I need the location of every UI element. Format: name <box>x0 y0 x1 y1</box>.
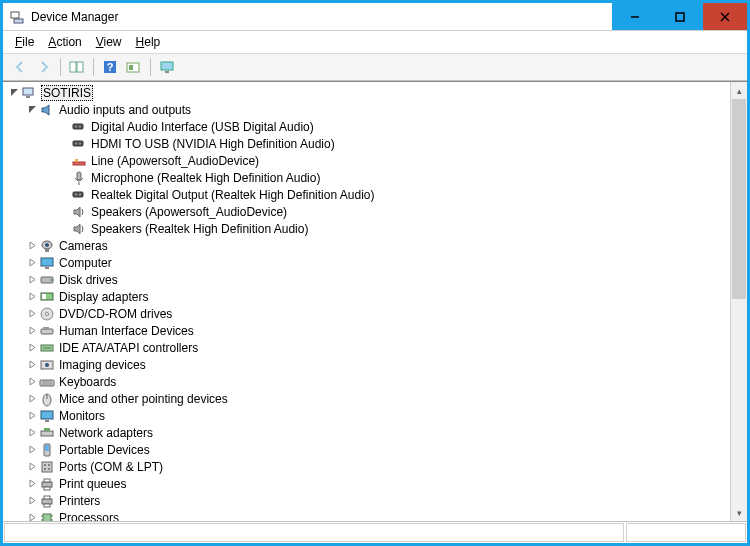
expand-toggle[interactable] <box>25 290 39 304</box>
tree-category[interactable]: DVD/CD-ROM drives <box>7 305 730 322</box>
svg-point-39 <box>46 312 49 315</box>
menu-help[interactable]: Help <box>130 33 167 51</box>
tree-category[interactable]: Portable Devices <box>7 441 730 458</box>
maximize-button[interactable] <box>657 3 702 30</box>
tree-device-audio[interactable]: Realtek Digital Output (Realtek High Def… <box>7 186 730 203</box>
svg-rect-57 <box>42 462 52 472</box>
tree-category-icon <box>39 357 55 373</box>
tree-category-icon <box>39 476 55 492</box>
tree-category[interactable]: Mice and other pointing devices <box>7 390 730 407</box>
tree-device-audio-icon <box>71 187 87 203</box>
titlebar[interactable]: Device Manager <box>3 3 747 31</box>
scan-hardware-button[interactable] <box>123 56 145 78</box>
expand-toggle[interactable] <box>25 103 39 117</box>
menu-file[interactable]: File <box>9 33 40 51</box>
tree-node-label: Portable Devices <box>59 443 150 457</box>
svg-rect-14 <box>23 88 33 95</box>
tree-category-audio-icon <box>39 102 55 118</box>
tree-category[interactable]: IDE ATA/ATAPI controllers <box>7 339 730 356</box>
minimize-button[interactable] <box>612 3 657 30</box>
tree-device-audio[interactable]: Speakers (Realtek High Definition Audio) <box>7 220 730 237</box>
tree-device-audio[interactable]: Digital Audio Interface (USB Digital Aud… <box>7 118 730 135</box>
tree-category[interactable]: Computer <box>7 254 730 271</box>
tree-device-audio[interactable]: Line (Apowersoft_AudioDevice) <box>7 152 730 169</box>
tree-node-label: Print queues <box>59 477 126 491</box>
menu-action[interactable]: Action <box>42 33 87 51</box>
expand-toggle[interactable] <box>25 256 39 270</box>
tree-category[interactable]: Ports (COM & LPT) <box>7 458 730 475</box>
menu-view[interactable]: View <box>90 33 128 51</box>
forward-button[interactable] <box>33 56 55 78</box>
tree-category[interactable]: Human Interface Devices <box>7 322 730 339</box>
expand-toggle[interactable] <box>25 460 39 474</box>
tree-category-icon <box>39 391 55 407</box>
expand-toggle[interactable] <box>25 443 39 457</box>
tree-root[interactable]: SOTIRIS <box>7 84 730 101</box>
tree-node-label: Network adapters <box>59 426 153 440</box>
device-tree[interactable]: SOTIRIS Audio inputs and outputs Digital… <box>3 82 730 521</box>
svg-rect-23 <box>75 159 78 162</box>
svg-point-18 <box>79 125 81 127</box>
svg-rect-65 <box>42 499 52 504</box>
tree-device-audio-icon <box>71 119 87 135</box>
expand-toggle[interactable] <box>25 307 39 321</box>
tree-category[interactable]: Imaging devices <box>7 356 730 373</box>
tree-category[interactable]: Disk drives <box>7 271 730 288</box>
tree-category[interactable]: Cameras <box>7 237 730 254</box>
expand-toggle[interactable] <box>25 239 39 253</box>
svg-point-61 <box>48 468 50 470</box>
tree-device-audio[interactable]: Speakers (Apowersoft_AudioDevice) <box>7 203 730 220</box>
tree-device-audio[interactable]: Microphone (Realtek High Definition Audi… <box>7 169 730 186</box>
expand-toggle[interactable] <box>7 86 21 100</box>
expand-toggle[interactable] <box>25 494 39 508</box>
expand-toggle[interactable] <box>25 426 39 440</box>
tree-category[interactable]: Keyboards <box>7 373 730 390</box>
tree-device-audio[interactable]: HDMI TO USB (NVIDIA High Definition Audi… <box>7 135 730 152</box>
scroll-up-button[interactable]: ▴ <box>731 82 747 99</box>
tree-category[interactable]: Display adapters <box>7 288 730 305</box>
tree-category[interactable]: Network adapters <box>7 424 730 441</box>
back-button[interactable] <box>9 56 31 78</box>
svg-rect-7 <box>77 62 83 72</box>
tree-node-label: Speakers (Realtek High Definition Audio) <box>91 222 308 236</box>
help-button[interactable]: ? <box>99 56 121 78</box>
expand-toggle[interactable] <box>25 511 39 522</box>
svg-rect-6 <box>70 62 76 72</box>
tree-category[interactable]: Print queues <box>7 475 730 492</box>
svg-rect-63 <box>44 479 50 482</box>
expand-toggle[interactable] <box>25 375 39 389</box>
close-button[interactable] <box>702 3 747 30</box>
tree-category-icon <box>39 408 55 424</box>
expand-spacer <box>57 171 71 185</box>
expand-toggle[interactable] <box>25 358 39 372</box>
tree-node-label: Printers <box>59 494 100 508</box>
svg-point-58 <box>44 464 46 466</box>
tree-category[interactable]: Printers <box>7 492 730 509</box>
tree-category[interactable]: Monitors <box>7 407 730 424</box>
tree-category-icon <box>39 340 55 356</box>
separator-icon <box>93 58 94 76</box>
monitor-button[interactable] <box>156 56 178 78</box>
expand-toggle[interactable] <box>25 409 39 423</box>
expand-toggle[interactable] <box>25 392 39 406</box>
expand-toggle[interactable] <box>25 341 39 355</box>
show-hide-button[interactable] <box>66 56 88 78</box>
svg-rect-3 <box>676 13 684 21</box>
expand-toggle[interactable] <box>25 324 39 338</box>
scroll-down-button[interactable]: ▾ <box>731 504 747 521</box>
svg-rect-67 <box>44 504 50 507</box>
tree-device-audio-icon <box>71 221 87 237</box>
tree-category-audio[interactable]: Audio inputs and outputs <box>7 101 730 118</box>
tree-category[interactable]: Processors <box>7 509 730 521</box>
expand-toggle[interactable] <box>25 273 39 287</box>
svg-rect-52 <box>45 420 49 422</box>
toolbar: ? <box>3 53 747 81</box>
svg-rect-68 <box>43 514 51 522</box>
vertical-scrollbar[interactable]: ▴ ▾ <box>730 82 747 521</box>
scroll-thumb[interactable] <box>732 99 746 299</box>
svg-rect-62 <box>42 482 52 487</box>
tree-category-icon <box>39 442 55 458</box>
expand-toggle[interactable] <box>25 477 39 491</box>
svg-rect-41 <box>43 327 49 329</box>
svg-point-35 <box>50 279 52 281</box>
